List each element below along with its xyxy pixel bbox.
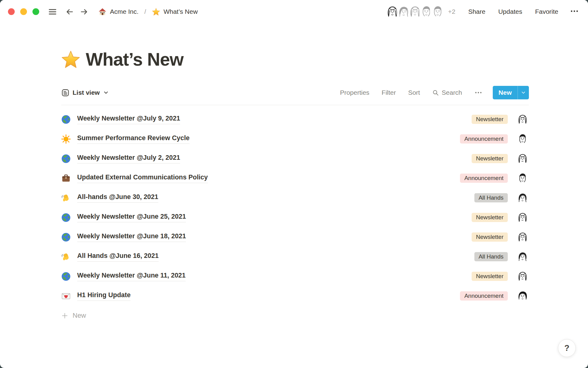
view-more-options-button[interactable] [474,89,482,97]
top-bar: Acme Inc. / What’s New +2 Share Updates … [0,0,588,23]
close-window-button[interactable] [8,8,15,15]
help-button-label: ? [564,343,570,353]
page-title-block: What’s New [61,49,529,70]
updates-button[interactable]: Updates [498,8,522,15]
type-tag[interactable]: Newsletter [472,232,508,242]
globe-icon [61,213,71,222]
type-tag[interactable]: All Hands [474,252,508,261]
sidebar-menu-button[interactable] [48,7,57,17]
row-meta: Newsletter [472,211,529,224]
row-meta: Announcement [460,289,529,302]
breadcrumb-workspace[interactable]: Acme Inc. [110,8,138,15]
table-row: Weekly Newsletter @June 25, 2021 Newslet… [61,208,529,227]
table-row: Weekly Newsletter @June 11, 2021 Newslet… [61,266,529,286]
author-avatar[interactable] [516,231,529,243]
favorite-button[interactable]: Favorite [535,8,558,15]
row-meta: Newsletter [472,231,529,243]
hamburger-icon [48,7,57,17]
author-avatar[interactable] [516,270,529,283]
arrow-left-icon [65,7,74,16]
type-tag[interactable]: Newsletter [472,213,508,222]
properties-button[interactable]: Properties [340,89,369,96]
page-link[interactable]: H1 Hiring Update [77,291,130,301]
table-row: All Hands @June 16, 2021 All Hands [61,247,529,266]
waving-hand-icon [61,193,71,203]
author-avatar[interactable] [516,250,529,263]
row-meta: All Hands [474,250,529,263]
page-content: What’s New List view Properties Filter S… [61,49,529,325]
page-link[interactable]: All-hands @June 30, 2021 [77,193,158,203]
type-tag[interactable]: Newsletter [472,115,508,124]
globe-icon [61,232,71,242]
view-toolbar-actions: Properties Filter Sort Search New [328,86,529,99]
sort-button[interactable]: Sort [408,89,420,96]
search-button[interactable]: Search [432,89,462,96]
page-link[interactable]: Summer Performance Review Cycle [77,134,190,144]
star-icon[interactable] [61,50,80,69]
plus-icon [61,312,68,319]
forward-button[interactable] [80,7,89,16]
type-tag[interactable]: Announcement [460,174,508,183]
page-link[interactable]: Updated External Communications Policy [77,173,208,183]
author-avatar[interactable] [516,191,529,204]
author-avatar[interactable] [516,152,529,165]
add-new-row-button[interactable]: New [61,306,529,325]
author-avatar[interactable] [516,172,529,185]
row-meta: Newsletter [472,270,529,283]
row-meta: Newsletter [472,113,529,126]
type-tag[interactable]: Newsletter [472,272,508,281]
help-button[interactable]: ? [558,339,576,357]
ellipsis-icon [474,89,482,97]
view-selector[interactable]: List view [61,89,109,97]
new-entry-button-label: New [499,89,512,96]
list-view-rows: Weekly Newsletter @July 9, 2021 Newslett… [61,109,529,325]
type-tag[interactable]: Announcement [460,134,508,144]
love-letter-icon [61,291,71,301]
collaborator-overflow-count[interactable]: +2 [448,8,455,15]
search-icon [432,89,439,96]
page-link[interactable]: Weekly Newsletter @July 2, 2021 [77,154,180,163]
minimize-window-button[interactable] [20,8,27,15]
page-title[interactable]: What’s New [86,49,183,70]
row-meta: Announcement [460,132,529,145]
star-icon [152,8,160,16]
author-avatar[interactable] [516,211,529,224]
search-label: Search [442,89,462,96]
table-row: Weekly Newsletter @June 18, 2021 Newslet… [61,227,529,247]
page-link[interactable]: Weekly Newsletter @July 9, 2021 [77,114,180,124]
share-button[interactable]: Share [468,8,485,15]
author-avatar[interactable] [516,132,529,145]
author-avatar[interactable] [516,289,529,302]
collaborator-avatar[interactable] [430,4,445,19]
window-controls [8,8,39,15]
chevron-down-icon [103,90,109,96]
table-row: Weekly Newsletter @July 9, 2021 Newslett… [61,109,529,129]
zoom-window-button[interactable] [32,8,39,15]
ellipsis-icon [570,7,579,16]
table-row: Weekly Newsletter @July 2, 2021 Newslett… [61,149,529,168]
page-link[interactable]: Weekly Newsletter @June 25, 2021 [77,213,186,222]
author-avatar[interactable] [516,113,529,126]
row-meta: All Hands [474,191,529,204]
more-menu-button[interactable] [570,7,579,17]
filter-button[interactable]: Filter [382,89,396,96]
breadcrumb: Acme Inc. / What’s New [98,8,198,16]
top-bar-actions: +2 Share Updates Favorite [385,4,579,19]
page-link[interactable]: Weekly Newsletter @June 11, 2021 [77,271,186,281]
new-entry-button[interactable]: New [493,86,518,99]
page-link[interactable]: Weekly Newsletter @June 18, 2021 [77,232,186,242]
arrow-right-icon [80,7,89,16]
breadcrumb-page[interactable]: What’s New [164,8,198,15]
chevron-down-icon [521,90,526,95]
back-button[interactable] [65,7,74,16]
table-row: All-hands @June 30, 2021 All Hands [61,188,529,208]
new-entry-split-button: New [493,86,529,99]
globe-icon [61,115,71,124]
page-link[interactable]: All Hands @June 16, 2021 [77,252,159,262]
type-tag[interactable]: Announcement [460,291,508,301]
table-row: Summer Performance Review Cycle Announce… [61,129,529,149]
waving-hand-icon [61,252,71,262]
type-tag[interactable]: Newsletter [472,154,508,163]
type-tag[interactable]: All Hands [474,193,508,202]
new-entry-dropdown-button[interactable] [518,86,529,99]
